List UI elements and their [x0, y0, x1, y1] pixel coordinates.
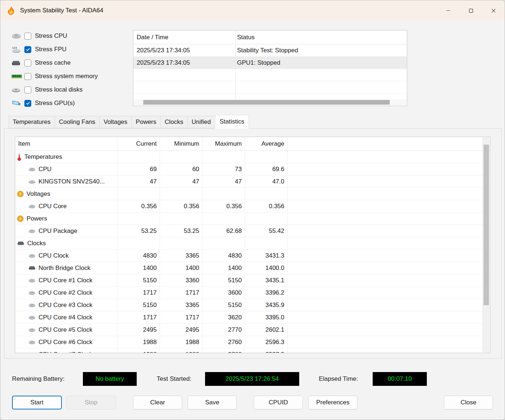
group-label: Temperatures: [24, 153, 62, 161]
elapsed-time-label: Elapsed Time:: [319, 372, 358, 386]
save-button[interactable]: Save: [188, 396, 237, 409]
table-row[interactable]: CPU Core #1 Clock 5150 3360 5150 3435.1: [15, 274, 490, 287]
stress-memory-checkbox[interactable]: [24, 73, 31, 80]
cpu-icon: [28, 204, 36, 209]
statistics-panel: Item Current Minimum Maximum Average Tem…: [4, 128, 502, 359]
stat-item-label: North Bridge Clock: [39, 264, 91, 272]
table-row[interactable]: Clocks: [15, 237, 490, 250]
stat-average: 3431.3: [245, 250, 288, 262]
table-row[interactable]: CPU Core #5 Clock 2495 2495 2770 2602.1: [15, 324, 490, 336]
stat-current: 47: [117, 175, 160, 187]
log-horizontal-scrollbar[interactable]: [134, 100, 406, 105]
table-row[interactable]: CPU 69 60 73 69.6: [15, 163, 490, 175]
stat-item-label: CPU: [39, 166, 52, 173]
cpu-icon: [11, 33, 24, 39]
stress-fpu-checkbox[interactable]: [24, 46, 31, 53]
thermometer-icon: [17, 153, 21, 161]
cpu-icon: [28, 229, 36, 233]
stat-item-label: CPU Core #6 Clock: [39, 339, 92, 346]
stat-maximum: 2770: [203, 324, 245, 336]
table-row[interactable]: Voltages: [15, 188, 490, 200]
table-row[interactable]: CPU Core #3 Clock 5150 3365 5150 3435.9: [15, 299, 490, 311]
tab-powers[interactable]: Powers: [131, 116, 161, 128]
stat-maximum: 3620: [203, 311, 245, 323]
tab-clocks[interactable]: Clocks: [160, 116, 188, 128]
stat-maximum: 1400: [203, 262, 245, 274]
col-current: Current: [117, 137, 160, 150]
table-row[interactable]: CPU Clock 4830 3365 4830 3431.3: [15, 250, 490, 262]
stress-disks-checkbox[interactable]: [24, 86, 31, 93]
tab-cooling-fans[interactable]: Cooling Fans: [55, 116, 100, 128]
stress-cpu-checkbox[interactable]: [24, 33, 31, 40]
cpu-icon: [28, 340, 36, 344]
stat-maximum: 47: [203, 175, 245, 187]
stress-fpu-option[interactable]: Stress FPU: [11, 44, 98, 54]
minimize-button[interactable]: [437, 0, 460, 21]
stat-item-label: CPU Core #5 Clock: [39, 326, 92, 334]
group-label: Powers: [27, 215, 47, 222]
stat-minimum: 3360: [160, 274, 203, 286]
stress-options: Stress CPU Stress FPU Stress cache Stres…: [11, 31, 98, 108]
stat-minimum: 1717: [160, 311, 203, 323]
stress-cache-checkbox[interactable]: [24, 60, 31, 66]
stats-vertical-scrollbar[interactable]: [482, 137, 490, 352]
stat-minimum: 3365: [160, 250, 203, 262]
statistics-table: Item Current Minimum Maximum Average Tem…: [15, 137, 490, 353]
cpu-icon: [28, 352, 36, 354]
checkbox-label: Stress system memory: [35, 73, 98, 80]
stat-average: 47.0: [245, 175, 288, 187]
stat-average: 55.42: [245, 225, 288, 237]
stress-cache-option[interactable]: Stress cache: [11, 58, 98, 68]
battery-label: Remaining Battery:: [12, 372, 65, 386]
log-col-status: Status: [235, 34, 407, 41]
start-button[interactable]: Start: [12, 396, 62, 409]
cpuid-button[interactable]: CPUID: [254, 396, 303, 409]
stress-memory-option[interactable]: Stress system memory: [11, 71, 98, 81]
tab-unified[interactable]: Unified: [187, 116, 215, 128]
table-row[interactable]: CPU Core #2 Clock 1717 1717 3600 3396.2: [15, 287, 490, 299]
clear-button[interactable]: Clear: [133, 396, 182, 409]
table-row[interactable]: North Bridge Clock 1400 1400 1400 1400.0: [15, 262, 490, 274]
stat-minimum: 1717: [160, 287, 203, 299]
close-button[interactable]: Close: [444, 396, 493, 409]
stress-gpu-option[interactable]: Stress GPU(s): [11, 98, 98, 108]
stop-button: Stop: [66, 396, 116, 409]
stat-maximum: 73: [203, 163, 245, 175]
col-item: Item: [15, 137, 117, 150]
preferences-button[interactable]: Preferences: [308, 396, 357, 409]
close-window-button[interactable]: [482, 0, 505, 21]
log-row[interactable]: 2025/5/23 17:34:05 Stability Test: Stopp…: [133, 44, 407, 57]
table-row[interactable]: KINGSTON SNV2S40... 47 47 47 47.0: [15, 175, 490, 188]
stat-average: 2596.3: [245, 336, 288, 348]
chip-icon: [17, 241, 24, 246]
stress-gpu-checkbox[interactable]: [24, 100, 31, 107]
window-controls: [437, 0, 505, 21]
stats-scrollbar-thumb[interactable]: [484, 145, 489, 305]
memory-icon: [11, 73, 24, 79]
table-row[interactable]: Temperatures: [15, 151, 490, 163]
stat-item-label: CPU Clock: [39, 252, 69, 259]
group-label: Clocks: [27, 240, 46, 247]
fpu-icon: [11, 46, 24, 53]
stress-cpu-option[interactable]: Stress CPU: [11, 31, 98, 41]
log-row[interactable]: 2025/5/23 17:34:05 GPU1: Stopped: [133, 57, 407, 69]
maximize-button[interactable]: [460, 0, 482, 21]
log-scrollbar-thumb[interactable]: [143, 100, 390, 105]
table-row[interactable]: CPU Core #6 Clock 1988 1988 2760 2596.3: [15, 336, 490, 348]
stat-maximum: 3600: [203, 287, 245, 299]
test-started-value-display: 2025/5/23 17:26:54: [205, 372, 299, 386]
stat-maximum: 4830: [203, 250, 245, 262]
log-column-divider: [235, 31, 236, 100]
tab-temperatures[interactable]: Temperatures: [8, 116, 55, 128]
log-row-empty: [133, 81, 407, 94]
tab-voltages[interactable]: Voltages: [99, 116, 132, 128]
stress-disks-option[interactable]: Stress local disks: [11, 85, 98, 95]
table-row[interactable]: CPU Core 0.356 0.356 0.356 0.356: [15, 200, 490, 213]
stat-maximum: 62.68: [203, 225, 245, 237]
table-row[interactable]: Powers: [15, 213, 490, 225]
table-row[interactable]: CPU Core #7 Clock 1988 1988 2760 2597.5: [15, 348, 490, 353]
table-row[interactable]: CPU Core #4 Clock 1717 1717 3620 3395.0: [15, 311, 490, 324]
tab-statistics[interactable]: Statistics: [215, 115, 249, 129]
stat-item-label: CPU Core #7 Clock: [39, 351, 92, 354]
table-row[interactable]: CPU Package 53.25 53.25 62.68 55.42: [15, 225, 490, 237]
